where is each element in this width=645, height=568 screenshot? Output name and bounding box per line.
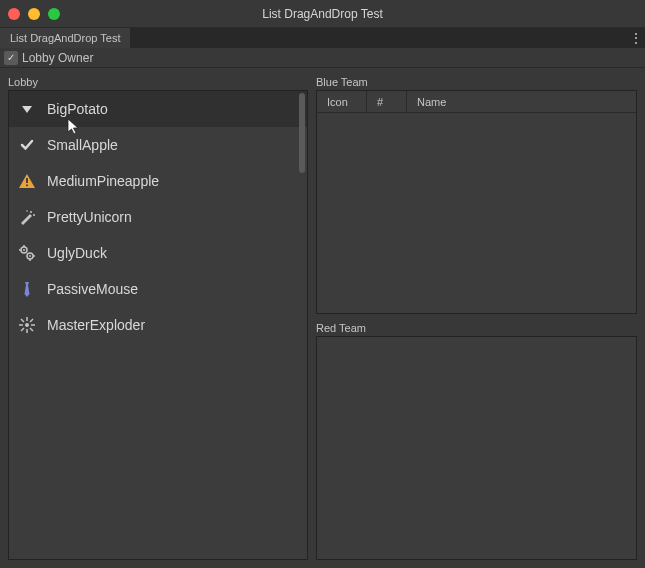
list-item[interactable]: MediumPineapple — [9, 163, 307, 199]
player-name: PassiveMouse — [47, 281, 138, 297]
teams-column: Blue Team Icon # Name Red Team — [316, 76, 637, 560]
player-name: MediumPineapple — [47, 173, 159, 189]
svg-point-4 — [26, 210, 28, 212]
svg-point-13 — [25, 323, 29, 327]
tab-label: List DragAndDrop Test — [10, 32, 120, 44]
player-name: SmallApple — [47, 137, 118, 153]
cogs-icon — [17, 243, 37, 263]
lobby-panel: BigPotato SmallApple MediumPineapple — [8, 90, 308, 560]
minimize-window-button[interactable] — [28, 8, 40, 20]
tab-spacer — [131, 28, 627, 48]
player-name: MasterExploder — [47, 317, 145, 333]
list-item[interactable]: BigPotato — [9, 91, 307, 127]
burst-icon — [17, 315, 37, 335]
wand-icon — [17, 207, 37, 227]
svg-point-2 — [30, 211, 32, 213]
svg-point-3 — [33, 214, 35, 216]
warning-icon — [17, 171, 37, 191]
window-title: List DragAndDrop Test — [0, 7, 645, 21]
tab-list-draganddrop-test[interactable]: List DragAndDrop Test — [0, 28, 131, 48]
check-icon: ✓ — [7, 52, 15, 63]
lobby-scrollbar[interactable] — [299, 93, 305, 173]
player-name: UglyDuck — [47, 245, 107, 261]
blue-team-table-header: Icon # Name — [317, 91, 636, 113]
tab-menu-button[interactable]: ⋮ — [627, 28, 645, 48]
list-item[interactable]: MasterExploder — [9, 307, 307, 343]
blue-team-panel: Blue Team Icon # Name — [316, 76, 637, 314]
red-team-box[interactable] — [316, 336, 637, 560]
close-window-button[interactable] — [8, 8, 20, 20]
maximize-window-button[interactable] — [48, 8, 60, 20]
svg-rect-0 — [26, 178, 28, 183]
kebab-icon: ⋮ — [629, 30, 643, 46]
triangle-down-icon — [17, 99, 37, 119]
svg-point-6 — [23, 249, 25, 251]
traffic-lights — [8, 8, 60, 20]
toolbar: ✓ Lobby Owner — [0, 48, 645, 68]
lobby-owner-checkbox[interactable]: ✓ — [4, 51, 18, 65]
tabbar: List DragAndDrop Test ⋮ — [0, 28, 645, 48]
red-team-label: Red Team — [316, 322, 637, 334]
svg-line-20 — [21, 328, 24, 331]
blue-team-box[interactable]: Icon # Name — [316, 90, 637, 314]
svg-line-19 — [30, 328, 33, 331]
content: Lobby BigPotato SmallApple — [0, 68, 645, 568]
list-item[interactable]: PassiveMouse — [9, 271, 307, 307]
checkmark-icon — [17, 135, 37, 155]
player-name: BigPotato — [47, 101, 108, 117]
column-header-name[interactable]: Name — [407, 91, 636, 112]
svg-point-8 — [29, 255, 31, 257]
lobby-column: Lobby BigPotato SmallApple — [8, 76, 308, 560]
blue-team-label: Blue Team — [316, 76, 637, 88]
lobby-list[interactable]: BigPotato SmallApple MediumPineapple — [9, 91, 307, 559]
list-item[interactable]: PrettyUnicorn — [9, 199, 307, 235]
column-header-number[interactable]: # — [367, 91, 407, 112]
window: List DragAndDrop Test List DragAndDrop T… — [0, 0, 645, 568]
red-team-panel: Red Team — [316, 322, 637, 560]
player-name: PrettyUnicorn — [47, 209, 132, 225]
tie-icon — [17, 279, 37, 299]
svg-line-21 — [30, 319, 33, 322]
svg-rect-1 — [26, 185, 28, 187]
lobby-label: Lobby — [8, 76, 308, 88]
list-item[interactable]: SmallApple — [9, 127, 307, 163]
column-header-icon[interactable]: Icon — [317, 91, 367, 112]
lobby-owner-label: Lobby Owner — [22, 51, 93, 65]
svg-line-18 — [21, 319, 24, 322]
titlebar: List DragAndDrop Test — [0, 0, 645, 28]
list-item[interactable]: UglyDuck — [9, 235, 307, 271]
